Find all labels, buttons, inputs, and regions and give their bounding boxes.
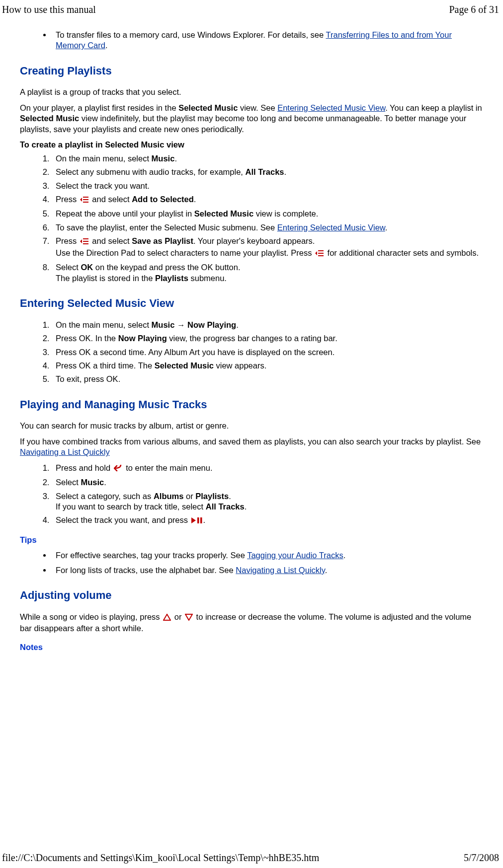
- paragraph: If you have combined tracks from various…: [20, 436, 483, 458]
- list-item: To save the playlist, enter the Selected…: [52, 222, 483, 233]
- heading-adjusting-volume: Adjusting volume: [20, 588, 483, 603]
- options-icon: [80, 237, 89, 247]
- svg-rect-4: [83, 241, 88, 242]
- svg-rect-7: [318, 253, 324, 254]
- list-item: Select the track you want.: [52, 181, 483, 191]
- page-content: To transfer files to a memory card, use …: [0, 16, 503, 652]
- doc-title: How to use this manual: [2, 3, 96, 16]
- link-tagging-tracks[interactable]: Tagging your Audio Tracks: [247, 551, 343, 560]
- options-icon: [315, 249, 324, 259]
- list-item: Select a category, such as Albums or Pla…: [52, 491, 483, 512]
- page-number: Page 6 of 31: [449, 3, 499, 16]
- list-item: On the main menu, select Music → Now Pla…: [52, 320, 483, 330]
- playing-steps: Press and hold to enter the main menu. S…: [52, 463, 483, 527]
- paragraph: While a song or video is playing, press …: [20, 612, 483, 634]
- list-item: To transfer files to a memory card, use …: [52, 30, 483, 51]
- volume-down-icon: [185, 613, 193, 623]
- list-item: Select Music.: [52, 477, 483, 488]
- intro-list: To transfer files to a memory card, use …: [52, 30, 483, 51]
- list-item: Press and select Add to Selected.: [52, 194, 483, 206]
- play-pause-icon: [191, 516, 202, 526]
- list-item: Press OK. In the Now Playing view, the p…: [52, 333, 483, 344]
- link-entering-selected[interactable]: Entering Selected Music View: [277, 103, 385, 112]
- svg-rect-0: [83, 197, 88, 198]
- volume-up-icon: [163, 613, 171, 623]
- howto-heading: To create a playlist in Selected Music v…: [20, 140, 483, 150]
- heading-playing-managing: Playing and Managing Music Tracks: [20, 398, 483, 412]
- paragraph: A playlist is a group of tracks that you…: [20, 87, 483, 97]
- link-entering-selected[interactable]: Entering Selected Music View: [277, 223, 385, 232]
- options-icon: [80, 195, 89, 206]
- notes-heading: Notes: [20, 642, 483, 652]
- list-item: To exit, press OK.: [52, 374, 483, 384]
- svg-rect-8: [318, 255, 324, 256]
- list-item: For long lists of tracks, use the alphab…: [52, 565, 483, 576]
- svg-rect-10: [200, 517, 202, 523]
- svg-rect-6: [318, 250, 324, 251]
- list-item: On the main menu, select Music.: [52, 153, 483, 164]
- list-item: Select any submenu with audio tracks, fo…: [52, 167, 483, 177]
- list-item: Press OK a third time. The Selected Musi…: [52, 361, 483, 371]
- link-navigating-list[interactable]: Navigating a List Quickly: [236, 566, 325, 575]
- paragraph: On your player, a playlist first resides…: [20, 103, 483, 135]
- svg-rect-1: [83, 199, 88, 200]
- heading-creating-playlists: Creating Playlists: [20, 64, 483, 78]
- entering-steps: On the main menu, select Music → Now Pla…: [52, 320, 483, 385]
- tips-list: For effective searches, tag your tracks …: [52, 550, 483, 576]
- svg-rect-5: [83, 243, 88, 244]
- footer-date: 5/7/2008: [464, 851, 499, 864]
- list-item: For effective searches, tag your tracks …: [52, 550, 483, 561]
- page-header: How to use this manual Page 6 of 31: [0, 0, 503, 16]
- list-item: Press and hold to enter the main menu.: [52, 463, 483, 474]
- svg-rect-2: [83, 202, 88, 203]
- back-arrow-icon: [114, 464, 123, 474]
- list-item: Repeat the above until your playlist in …: [52, 209, 483, 219]
- svg-rect-3: [83, 238, 88, 239]
- file-path: file://C:\Documents and Settings\Kim_koo…: [2, 851, 319, 864]
- svg-rect-9: [197, 517, 199, 523]
- link-navigating-list[interactable]: Navigating a List Quickly: [20, 447, 110, 456]
- paragraph: You can search for music tracks by album…: [20, 421, 483, 431]
- list-item: Press and select Save as Playlist. Your …: [52, 236, 483, 259]
- list-item: Select the track you want, and press .: [52, 515, 483, 526]
- list-item: Select OK on the keypad and press the OK…: [52, 262, 483, 284]
- tips-heading: Tips: [20, 535, 483, 545]
- creating-steps: On the main menu, select Music. Select a…: [52, 153, 483, 284]
- list-item: Press OK a second time. Any Album Art yo…: [52, 347, 483, 358]
- page-footer: file://C:\Documents and Settings\Kim_koo…: [2, 851, 499, 864]
- heading-entering-selected: Entering Selected Music View: [20, 296, 483, 311]
